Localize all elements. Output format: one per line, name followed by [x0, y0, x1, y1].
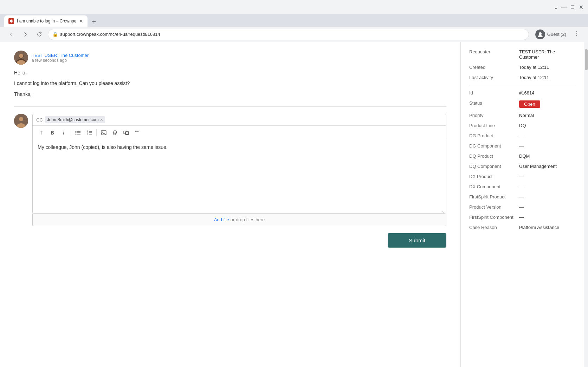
- sidebar: Requester TEST USER: The Customer Create…: [461, 42, 584, 367]
- reply-editor[interactable]: My colleague, John (copied), is also hav…: [33, 140, 446, 210]
- scroll-thumb[interactable]: [585, 49, 588, 70]
- add-file-link[interactable]: Add file: [214, 217, 229, 222]
- menu-button[interactable]: ⋮: [571, 28, 582, 39]
- message-line-3: Thanks,: [14, 90, 446, 98]
- cc-bar: CC John.Smith@customer.com ×: [33, 114, 446, 126]
- svg-point-3: [19, 54, 23, 58]
- forward-button[interactable]: [20, 29, 31, 40]
- navigation-bar: 🔒 support.crownpeak.com/hc/en-us/request…: [0, 27, 588, 42]
- sidebar-id-row: Id #16814: [469, 90, 575, 96]
- tab-favicon: [8, 18, 14, 24]
- reply-box: CC John.Smith@customer.com × T B I: [32, 114, 446, 214]
- active-tab[interactable]: I am unable to log in – Crownpe ✕: [4, 15, 88, 27]
- last-activity-label: Last activity: [469, 75, 515, 80]
- dg-component-value: —: [519, 143, 575, 149]
- text-format-button[interactable]: T: [36, 128, 46, 138]
- avatar: [14, 51, 28, 65]
- sidebar-product-line-row: Product Line DQ: [469, 123, 575, 128]
- sidebar-requester-row: Requester TEST USER: The Customer: [469, 49, 575, 60]
- browser-chrome: ⌄ — □ ✕ I am unable to log in – Crownpe …: [0, 0, 588, 42]
- ol-icon: 1.2.3.: [86, 130, 92, 136]
- submit-area: Submit: [32, 233, 446, 248]
- page-content: TEST USER: The Customer a few seconds ag…: [0, 42, 588, 367]
- svg-point-19: [102, 132, 103, 133]
- sidebar-divider-1: [469, 85, 575, 85]
- url-text: support.crownpeak.com/hc/en-us/requests/…: [60, 32, 160, 37]
- tab-title: I am unable to log in – Crownpe: [17, 19, 76, 24]
- sidebar-dg-product-row: DG Product —: [469, 133, 575, 138]
- created-value: Today at 12:11: [519, 65, 575, 70]
- id-label: Id: [469, 90, 515, 96]
- chevron-down-icon[interactable]: ⌄: [553, 4, 558, 10]
- guest-label: Guest (2): [547, 32, 566, 37]
- insert-image-button[interactable]: [99, 128, 109, 138]
- italic-button[interactable]: I: [59, 128, 69, 138]
- message-body: Hello, I cannot log into the platform. C…: [14, 69, 446, 98]
- quote-icon: "": [135, 130, 140, 136]
- minimize-button[interactable]: —: [561, 4, 567, 10]
- svg-text:3.: 3.: [87, 133, 88, 135]
- ordered-list-button[interactable]: 1.2.3.: [84, 128, 94, 138]
- priority-value: Normal: [519, 113, 575, 118]
- dx-component-label: DX Component: [469, 184, 515, 189]
- sidebar-dq-component-row: DQ Component User Management: [469, 164, 575, 169]
- address-bar[interactable]: 🔒 support.crownpeak.com/hc/en-us/request…: [48, 29, 529, 40]
- lock-icon: 🔒: [52, 32, 58, 37]
- editor-toolbar: T B I 1.2.3.: [33, 126, 446, 140]
- resize-handle[interactable]: ⤡: [33, 210, 446, 213]
- message-block: TEST USER: The Customer a few seconds ag…: [14, 51, 446, 98]
- link-icon: [112, 130, 118, 136]
- resize-icon: ⤡: [441, 209, 445, 214]
- svg-point-0: [539, 32, 542, 35]
- unordered-list-button[interactable]: [73, 128, 83, 138]
- insert-link-button[interactable]: [110, 128, 120, 138]
- ul-icon: [75, 130, 81, 136]
- firstspirit-component-label: FirstSpirit Component: [469, 215, 515, 220]
- last-activity-value: Today at 12:11: [519, 75, 575, 80]
- svg-text:": ": [135, 130, 137, 135]
- dg-product-value: —: [519, 133, 575, 138]
- firstspirit-product-label: FirstSpirit Product: [469, 194, 515, 199]
- sidebar-status-row: Status Open: [469, 100, 575, 108]
- author-info: TEST USER: The Customer a few seconds ag…: [32, 53, 89, 63]
- menu-icon: ⋮: [574, 30, 580, 37]
- sidebar-dx-component-row: DX Component —: [469, 184, 575, 189]
- status-badge: Open: [519, 100, 540, 108]
- sidebar-firstspirit-product-row: FirstSpirit Product —: [469, 194, 575, 199]
- maximize-button[interactable]: □: [570, 4, 575, 10]
- reload-button[interactable]: [34, 29, 45, 40]
- new-tab-button[interactable]: +: [89, 17, 99, 27]
- file-drop-text: or drop files here: [231, 217, 265, 222]
- blockquote-button[interactable]: "": [133, 128, 142, 138]
- created-label: Created: [469, 65, 515, 70]
- svg-point-6: [76, 131, 77, 132]
- cc-remove-button[interactable]: ×: [100, 117, 103, 123]
- product-version-value: —: [519, 204, 575, 210]
- file-drop-zone[interactable]: Add file or drop files here: [32, 214, 446, 226]
- account-button[interactable]: Guest (2): [532, 28, 570, 41]
- submit-button[interactable]: Submit: [388, 233, 446, 248]
- page-scrollbar[interactable]: [584, 42, 588, 367]
- dx-product-label: DX Product: [469, 174, 515, 179]
- back-button[interactable]: [6, 29, 17, 40]
- sidebar-dq-product-row: DQ Product DQM: [469, 153, 575, 159]
- cc-email: John.Smith@customer.com: [47, 117, 99, 122]
- insert-gallery-button[interactable]: [121, 128, 131, 138]
- tab-close-button[interactable]: ✕: [79, 18, 83, 24]
- product-line-value: DQ: [519, 123, 575, 128]
- svg-point-8: [76, 132, 77, 133]
- dq-product-label: DQ Product: [469, 153, 515, 159]
- priority-label: Priority: [469, 113, 515, 118]
- dq-component-value: User Management: [519, 164, 575, 169]
- product-line-label: Product Line: [469, 123, 515, 128]
- close-button[interactable]: ✕: [578, 4, 584, 10]
- content-divider: [14, 106, 446, 107]
- toolbar-separator-1: [71, 129, 71, 136]
- bold-button[interactable]: B: [47, 128, 57, 138]
- gallery-icon: [123, 130, 129, 136]
- sidebar-dx-product-row: DX Product —: [469, 174, 575, 179]
- firstspirit-component-value: —: [519, 215, 575, 220]
- status-label: Status: [469, 100, 515, 106]
- reply-avatar: [14, 114, 28, 128]
- favicon-icon: [9, 19, 13, 23]
